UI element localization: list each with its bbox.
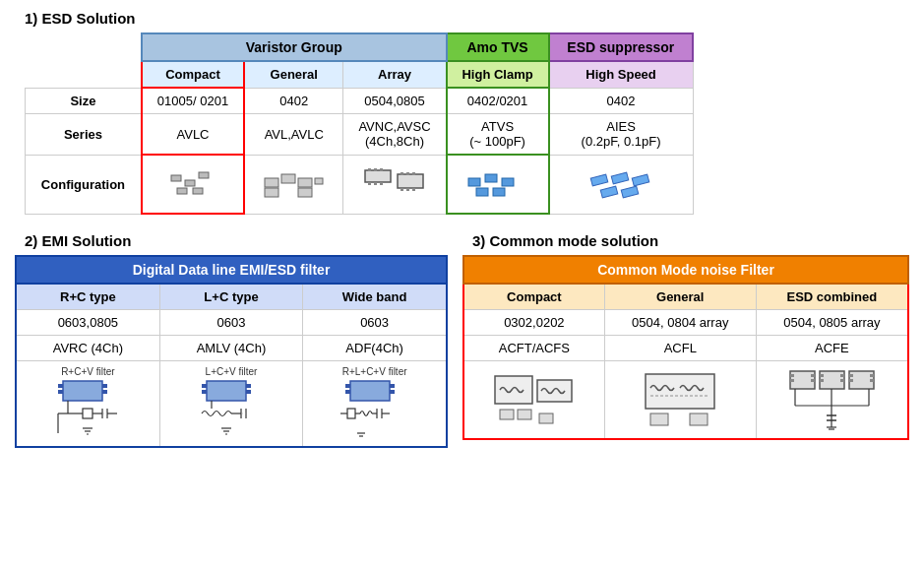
col-highclamp: High Clamp	[447, 61, 549, 88]
svg-rect-32	[632, 174, 649, 186]
highspeed-components-svg	[586, 160, 655, 205]
compact-config	[142, 155, 244, 214]
cmn-title: 3) Common mode solution	[472, 232, 909, 249]
esd-size-row: Size 01005/ 0201 0402 0504,0805 0402/020…	[26, 88, 694, 114]
svg-rect-84	[539, 413, 553, 423]
svg-rect-1	[185, 180, 195, 186]
cmn-general-config	[604, 361, 756, 440]
emi-table: Digital Data line EMI/ESD filter R+C typ…	[15, 255, 448, 448]
svg-rect-91	[790, 379, 794, 382]
amo-components-svg	[463, 160, 532, 205]
svg-rect-83	[518, 410, 531, 419]
highspeed-size: 0402	[549, 88, 693, 114]
highspeed-config	[549, 155, 693, 214]
svg-rect-53	[207, 381, 246, 401]
svg-rect-12	[368, 168, 371, 171]
svg-rect-88	[690, 413, 708, 425]
cmn-compact-size: 0302,0202	[463, 310, 604, 336]
emi-wide-size: 0603	[303, 310, 447, 336]
amo-config	[447, 155, 549, 214]
svg-rect-27	[502, 178, 514, 186]
svg-rect-29	[493, 188, 505, 196]
svg-rect-9	[298, 188, 312, 197]
emi-wide-series: ADF(4Ch)	[303, 336, 447, 361]
emi-lc-config: L+C+V filter	[159, 361, 302, 448]
amo-size: 0402/0201	[447, 88, 549, 114]
svg-rect-103	[870, 379, 874, 382]
svg-rect-33	[600, 186, 618, 198]
svg-rect-16	[374, 182, 377, 185]
svg-rect-13	[374, 168, 377, 171]
cmn-esd-series: ACFE	[756, 336, 908, 361]
svg-rect-38	[102, 384, 107, 388]
esd-table: Varistor Group Amo TVS ESD suppressor Co…	[25, 32, 694, 215]
svg-rect-67	[345, 384, 350, 388]
svg-rect-95	[820, 374, 824, 377]
cmn-col-general: General	[604, 284, 756, 310]
emi-series-row: AVRC (4Ch) AMLV (4Ch) ADF(4Ch)	[16, 336, 447, 361]
cmn-table: Common Mode noise Filter Compact General…	[462, 255, 909, 440]
emi-rc-config: R+C+V filter	[16, 361, 159, 448]
varistor-group-header: Varistor Group	[142, 33, 447, 61]
bottom-row: 2) EMI Solution Digital Data line EMI/ES…	[15, 232, 909, 448]
esd-series-row: Series AVLC AVL,AVLC AVNC,AVSC(4Ch,8Ch) …	[26, 114, 694, 156]
series-label: Series	[26, 114, 142, 156]
esd-config-row: Configuration	[26, 155, 694, 214]
array-components-svg	[360, 160, 429, 205]
cmn-size-row: 0302,0202 0504, 0804 array 0504, 0805 ar…	[463, 310, 908, 336]
emi-section: 2) EMI Solution Digital Data line EMI/ES…	[15, 232, 448, 448]
array-config	[343, 155, 447, 214]
svg-rect-101	[849, 379, 853, 382]
cmn-col-esd: ESD combined	[756, 284, 908, 310]
cmn-esd-svg	[785, 366, 879, 430]
svg-rect-54	[202, 384, 207, 388]
compact-components-svg	[163, 160, 222, 205]
cmn-compact-config	[463, 361, 604, 440]
svg-rect-11	[365, 170, 391, 182]
array-size: 0504,0805	[343, 88, 447, 114]
svg-rect-15	[368, 182, 371, 185]
cmn-esd-config	[756, 361, 908, 440]
col-general: General	[244, 61, 343, 88]
svg-rect-100	[849, 374, 853, 377]
svg-rect-21	[412, 172, 415, 175]
cmn-esd-size: 0504, 0805 array	[756, 310, 908, 336]
svg-rect-18	[398, 174, 423, 188]
svg-rect-68	[345, 390, 350, 394]
svg-rect-37	[58, 390, 63, 394]
cmn-section: 3) Common mode solution Common Mode nois…	[462, 232, 909, 448]
array-series: AVNC,AVSC(4Ch,8Ch)	[343, 114, 447, 156]
cmn-series-row: ACFT/ACFS ACFL ACFE	[463, 336, 908, 361]
svg-rect-10	[315, 178, 323, 184]
svg-rect-92	[811, 374, 815, 377]
svg-rect-102	[870, 374, 874, 377]
cmn-general-series: ACFL	[604, 336, 756, 361]
svg-rect-3	[177, 188, 187, 194]
amo-series: ATVS(~ 100pF)	[447, 114, 549, 156]
svg-rect-23	[406, 188, 409, 191]
esd-section: 1) ESD Solution Varistor Group Amo TVS E…	[15, 10, 909, 215]
config-label: Configuration	[26, 155, 142, 214]
svg-rect-17	[380, 182, 383, 185]
svg-rect-6	[281, 174, 295, 183]
cmn-general-svg	[636, 366, 724, 430]
svg-rect-93	[811, 379, 815, 382]
emi-wide-svg	[336, 379, 414, 438]
emi-lc-series: AMLV (4Ch)	[159, 336, 302, 361]
svg-rect-24	[412, 188, 415, 191]
emi-rc-series: AVRC (4Ch)	[16, 336, 159, 361]
compact-size: 01005/ 0201	[142, 88, 244, 114]
emi-col-wide: Wide band	[303, 284, 447, 310]
svg-rect-28	[476, 188, 488, 196]
col-array: Array	[343, 61, 447, 88]
emi-header: Digital Data line EMI/ESD filter	[16, 256, 447, 284]
svg-rect-22	[400, 188, 403, 191]
svg-rect-19	[400, 172, 403, 175]
emi-size-row: 0603,0805 0603 0603	[16, 310, 447, 336]
svg-rect-87	[650, 413, 668, 425]
svg-rect-55	[202, 390, 207, 394]
svg-rect-0	[171, 175, 181, 181]
svg-rect-35	[63, 381, 102, 401]
svg-rect-56	[246, 384, 251, 388]
svg-rect-81	[537, 380, 572, 402]
